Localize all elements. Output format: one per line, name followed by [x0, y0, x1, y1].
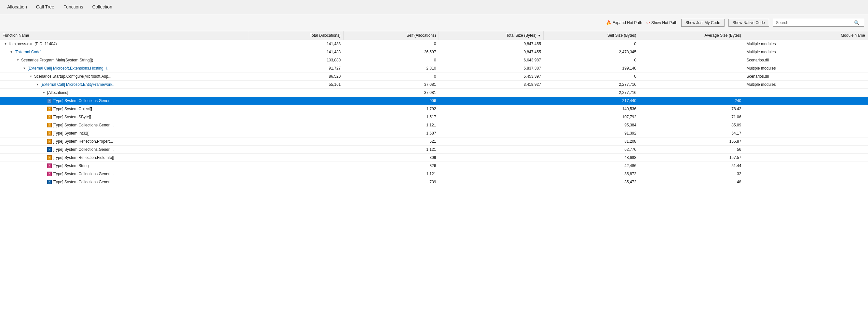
- self-alloc-cell: 521: [343, 137, 439, 146]
- col-header-self-alloc[interactable]: Self (Allocations): [343, 31, 439, 40]
- type-icon: ≡: [47, 139, 52, 144]
- tab-call-tree[interactable]: Call Tree: [32, 2, 59, 13]
- fn-label: [Allocations]: [47, 90, 68, 95]
- module-cell: [744, 154, 868, 162]
- table-row[interactable]: ≡[Type] System.Object[]1,792140,53678.42: [0, 105, 868, 113]
- avg-size-cell: 240: [639, 97, 744, 105]
- avg-size-cell: 155.87: [639, 137, 744, 146]
- table-row[interactable]: ≡[Type] System.Reflection.FieldInfo[]309…: [0, 154, 868, 162]
- show-just-my-code-button[interactable]: Show Just My Code: [681, 19, 724, 27]
- avg-size-cell: 54.17: [639, 129, 744, 137]
- table-row[interactable]: ▼[External Code]141,48326,5979,847,4552,…: [0, 48, 868, 56]
- search-input[interactable]: [776, 21, 854, 25]
- type-icon: ≡: [47, 123, 52, 128]
- module-cell: [744, 170, 868, 178]
- table-row[interactable]: ≡[Type] System.Collections.Generi...1,12…: [0, 170, 868, 178]
- avg-size-cell: 78.42: [639, 105, 744, 113]
- expand-hot-path[interactable]: 🔥 Expand Hot Path: [606, 20, 642, 25]
- tab-allocation[interactable]: Allocation: [3, 2, 32, 13]
- fn-label: [External Code]: [14, 50, 42, 54]
- self-size-cell: 0: [544, 56, 639, 64]
- table-row[interactable]: ▼[Allocations]37,0812,277,716: [0, 89, 868, 97]
- fn-label: [Type] System.Collections.Generi...: [53, 172, 114, 176]
- show-native-code-button[interactable]: Show Native Code: [728, 19, 769, 27]
- fn-label: [Type] System.Int32[]: [53, 131, 90, 136]
- type-icon: ≡: [47, 172, 52, 176]
- tab-collection[interactable]: Collection: [88, 2, 117, 13]
- table-row[interactable]: ▼Scenarios.Startup.Configure(Microsoft.A…: [0, 72, 868, 80]
- self-alloc-cell: 1,687: [343, 129, 439, 137]
- expand-icon[interactable]: ▼: [42, 90, 46, 95]
- flame-icon: 🔥: [606, 20, 611, 25]
- total-size-cell: 5,837,387: [439, 64, 543, 72]
- table-row[interactable]: ▼[External Call] Microsoft.Extensions.Ho…: [0, 64, 868, 72]
- col-header-self-size[interactable]: Self Size (Bytes): [544, 31, 639, 40]
- show-hot-path[interactable]: ↩ Show Hot Path: [646, 20, 677, 25]
- self-alloc-cell: 906: [343, 97, 439, 105]
- col-header-total-alloc[interactable]: Total (Allocations): [248, 31, 343, 40]
- expand-icon[interactable]: ▼: [29, 74, 33, 79]
- col-header-module[interactable]: Module Name: [744, 31, 868, 40]
- module-cell: [744, 162, 868, 170]
- table-row[interactable]: ≡[Type] System.String82642,48651.44: [0, 162, 868, 170]
- self-alloc-cell: 37,081: [343, 80, 439, 89]
- table-row[interactable]: ▼iisexpress.exe (PID: 11404)141,48309,84…: [0, 40, 868, 48]
- table-row[interactable]: ≡[Type] System.SByte[]1,517107,79271.06: [0, 113, 868, 121]
- fn-label: [Type] System.Reflection.Propert...: [53, 139, 113, 144]
- module-cell: [744, 129, 868, 137]
- total-size-cell: 3,418,927: [439, 80, 543, 89]
- self-size-cell: 81,208: [544, 137, 639, 146]
- expand-icon[interactable]: ▼: [35, 82, 40, 87]
- tab-functions[interactable]: Functions: [59, 2, 88, 13]
- col-header-total-size[interactable]: Total Size (Bytes) ▼: [439, 31, 543, 40]
- self-alloc-cell: 1,121: [343, 170, 439, 178]
- table-row[interactable]: ▼[External Call] Microsoft.EntityFramewo…: [0, 80, 868, 89]
- col-header-function-name[interactable]: Function Name: [0, 31, 248, 40]
- avg-size-cell: 56: [639, 146, 744, 154]
- fn-name-cell: ≡[Type] System.Reflection.FieldInfo[]: [0, 154, 248, 162]
- total-alloc-cell: [248, 129, 343, 137]
- self-size-cell: 0: [544, 72, 639, 80]
- self-size-cell: 2,277,716: [544, 80, 639, 89]
- avg-size-cell: [639, 80, 744, 89]
- expand-icon[interactable]: ▼: [3, 42, 8, 46]
- self-size-cell: 199,148: [544, 64, 639, 72]
- module-cell: Multiple modules: [744, 48, 868, 56]
- self-size-cell: 2,277,716: [544, 89, 639, 97]
- allocation-table: Function Name Total (Allocations) Self (…: [0, 31, 868, 186]
- expand-icon[interactable]: ▼: [16, 58, 20, 62]
- total-alloc-cell: [248, 154, 343, 162]
- fn-name-cell: ▼[External Call] Microsoft.Extensions.Ho…: [0, 64, 248, 72]
- fn-name-cell: ≡[Type] System.Int32[]: [0, 129, 248, 137]
- self-size-cell: 48,688: [544, 154, 639, 162]
- fn-label: Scenarios.Program.Main(System.String[]): [21, 58, 93, 62]
- fn-name-cell: ≡[Type] System.Collections.Generi...: [0, 146, 248, 154]
- self-alloc-cell: 2,810: [343, 64, 439, 72]
- table-row[interactable]: ≡[Type] System.Collections.Generi...7393…: [0, 178, 868, 186]
- module-cell: [744, 105, 868, 113]
- table-row[interactable]: ▼Scenarios.Program.Main(System.String[])…: [0, 56, 868, 64]
- avg-size-cell: [639, 89, 744, 97]
- table-row[interactable]: ≡[Type] System.Collections.Generi...9062…: [0, 97, 868, 105]
- total-size-cell: [439, 162, 543, 170]
- table-header: Function Name Total (Allocations) Self (…: [0, 31, 868, 40]
- table-row[interactable]: ≡[Type] System.Collections.Generi...1,12…: [0, 121, 868, 129]
- fn-name-cell: ▼[Allocations]: [0, 89, 248, 97]
- self-alloc-cell: 1,792: [343, 105, 439, 113]
- fn-name-cell: ≡[Type] System.SByte[]: [0, 113, 248, 121]
- expand-icon[interactable]: ▼: [22, 66, 27, 71]
- toolbar: 🔥 Expand Hot Path ↩ Show Hot Path Show J…: [0, 14, 868, 31]
- module-cell: Multiple modules: [744, 80, 868, 89]
- col-header-avg-size[interactable]: Average Size (Bytes): [639, 31, 744, 40]
- table-row[interactable]: ≡[Type] System.Reflection.Propert...5218…: [0, 137, 868, 146]
- expand-icon[interactable]: ▼: [9, 50, 14, 54]
- fn-label: [External Call] Microsoft.Extensions.Hos…: [28, 66, 111, 71]
- table-row[interactable]: ≡[Type] System.Collections.Generi...1,12…: [0, 146, 868, 154]
- avg-size-cell: [639, 64, 744, 72]
- module-cell: [744, 137, 868, 146]
- total-size-cell: [439, 105, 543, 113]
- total-size-cell: [439, 121, 543, 129]
- sort-arrow-total-size: ▼: [537, 34, 541, 37]
- table-row[interactable]: ≡[Type] System.Int32[]1,68791,39254.17: [0, 129, 868, 137]
- total-size-cell: [439, 113, 543, 121]
